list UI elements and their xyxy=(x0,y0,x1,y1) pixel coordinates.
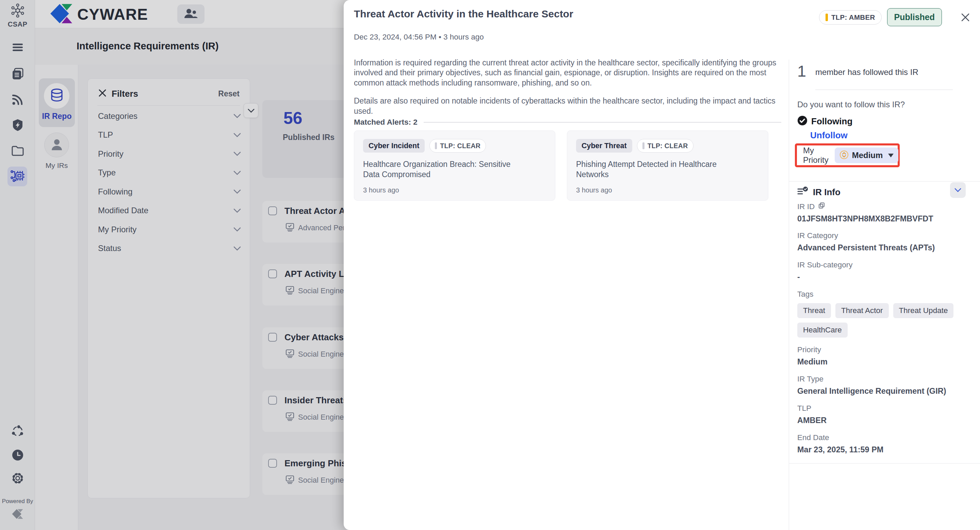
field-label: IR Type xyxy=(797,375,824,383)
alert-type-chip: Cyber Incident xyxy=(363,139,425,153)
tlp-clear-label: TLP: CLEAR xyxy=(440,142,480,150)
ir-info-icon xyxy=(797,186,808,198)
annotation-highlight: My Priority Medium xyxy=(795,144,900,167)
alert-title[interactable]: Phishing Attempt Detected in Healthcare … xyxy=(576,160,740,180)
field-ir-id: IR ID 01JFSM8HT3NPH8MX8B2FMBVFDT xyxy=(797,202,973,223)
field-ir-subcategory: IR Sub-category - xyxy=(797,260,973,282)
following-option[interactable]: Following xyxy=(797,115,853,127)
field-ir-type: IR Type General Intelligence Requirement… xyxy=(797,375,973,396)
field-ir-category: IR Category Advanced Persistent Threats … xyxy=(797,231,973,252)
description-paragraph: Details are also required on notable inc… xyxy=(354,96,781,116)
ir-side-panel: 1 member has followed this IR Do you wan… xyxy=(789,60,980,530)
app-root: CSAP xyxy=(0,0,980,530)
tlp-amber-badge: TLP: AMBER xyxy=(819,10,882,24)
field-end-date: End Date Mar 23, 2025, 11:59 PM xyxy=(797,433,973,454)
my-priority-value: Medium xyxy=(852,150,883,160)
field-label: Priority xyxy=(797,345,821,354)
field-priority: Priority Medium xyxy=(797,345,973,367)
field-label: IR ID xyxy=(797,202,815,211)
tlp-amber-label: TLP: AMBER xyxy=(831,13,875,21)
priority-medium-icon xyxy=(840,150,849,161)
description-paragraph: Information is required regarding the cu… xyxy=(354,58,781,88)
published-status-badge: Published xyxy=(887,8,942,26)
ir-detail-modal: Threat Actor Activity in the Healthcare … xyxy=(344,0,980,530)
copy-icon[interactable] xyxy=(818,202,825,211)
caret-down-icon xyxy=(888,153,894,157)
panel-divider xyxy=(815,89,953,90)
field-label: Tags xyxy=(797,290,814,299)
matched-alert-card[interactable]: Cyber Threat TLP: CLEAR Phishing Attempt… xyxy=(567,131,768,201)
ir-info-title: IR Info xyxy=(813,187,840,198)
field-value: Mar 23, 2025, 11:59 PM xyxy=(797,445,973,454)
close-icon xyxy=(960,12,970,22)
field-tlp: TLP AMBER xyxy=(797,404,973,425)
followers-count: 1 xyxy=(797,62,806,80)
ir-info-collapse-button[interactable] xyxy=(950,182,966,198)
my-priority-label: My Priority xyxy=(803,146,829,165)
tlp-amber-bar-icon xyxy=(826,14,828,21)
field-value: General Intelligence Requirement (GIR) xyxy=(797,386,973,396)
following-label: Following xyxy=(811,116,853,127)
field-value: Medium xyxy=(797,357,973,367)
followers-text: member has followed this IR xyxy=(815,67,918,77)
chevron-down-icon xyxy=(955,188,961,192)
modal-title: Threat Actor Activity in the Healthcare … xyxy=(354,8,728,20)
tag-chip[interactable]: HealthCare xyxy=(797,322,848,338)
field-label: TLP xyxy=(797,404,811,413)
field-value: Advanced Persistent Threats (APTs) xyxy=(797,243,973,252)
field-label: IR Category xyxy=(797,231,838,240)
check-circle-icon xyxy=(797,115,808,127)
tag-chip[interactable]: Threat Update xyxy=(893,303,954,318)
tlp-clear-bar-icon xyxy=(643,142,644,149)
alert-title[interactable]: Healthcare Organization Breach: Sensitiv… xyxy=(363,160,527,180)
modal-description: Information is required regarding the cu… xyxy=(354,58,781,116)
field-label: End Date xyxy=(797,433,829,442)
unfollow-link[interactable]: Unfollow xyxy=(810,130,848,140)
my-priority-dropdown[interactable]: Medium xyxy=(835,147,899,163)
tlp-clear-bar-icon xyxy=(435,142,437,149)
field-value: - xyxy=(797,273,973,282)
tlp-clear-badge: TLP: CLEAR xyxy=(430,139,486,153)
tlp-clear-label: TLP: CLEAR xyxy=(648,142,688,150)
alert-time: 3 hours ago xyxy=(576,186,759,194)
close-modal-button[interactable] xyxy=(960,12,970,22)
matched-alerts-divider xyxy=(424,122,781,123)
published-label: Published xyxy=(894,12,935,22)
field-tags: Tags Threat Threat Actor Threat Update H… xyxy=(797,290,973,338)
modal-timestamp: Dec 23, 2024, 04:56 PM • 3 hours ago xyxy=(354,33,484,42)
matched-alerts-label: Matched Alerts: 2 xyxy=(354,118,417,127)
ir-info-divider xyxy=(789,181,980,182)
alert-time: 3 hours ago xyxy=(363,186,546,194)
field-label: IR Sub-category xyxy=(797,260,853,270)
field-value: AMBER xyxy=(797,416,973,425)
follow-question: Do you want to follow this IR? xyxy=(797,100,905,109)
tag-chip[interactable]: Threat xyxy=(797,303,831,318)
tag-chip[interactable]: Threat Actor xyxy=(835,303,889,318)
panel-bottom-divider xyxy=(789,463,980,464)
matched-alert-card[interactable]: Cyber Incident TLP: CLEAR Healthcare Org… xyxy=(354,131,555,201)
alert-type-chip: Cyber Threat xyxy=(576,139,632,153)
tlp-clear-badge: TLP: CLEAR xyxy=(637,139,694,153)
field-value: 01JFSM8HT3NPH8MX8B2FMBVFDT xyxy=(797,214,973,223)
